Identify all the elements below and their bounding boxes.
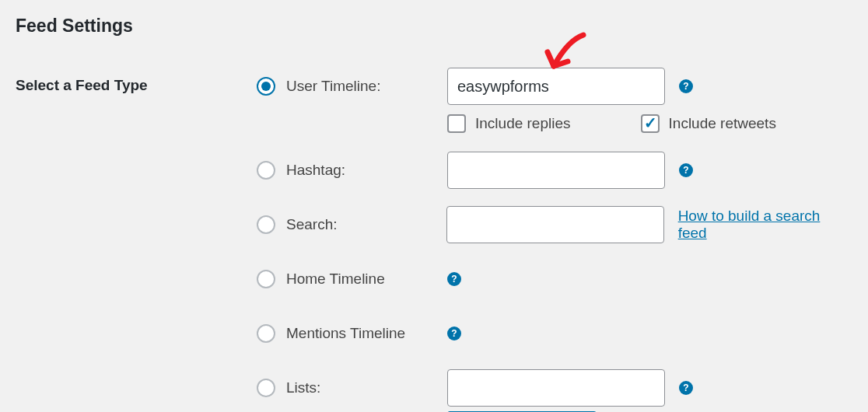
hashtag-input[interactable] xyxy=(447,152,665,189)
include-retweets-checkbox[interactable] xyxy=(641,114,660,133)
section-label: Select a Feed Type xyxy=(16,68,257,94)
user-timeline-radio[interactable] xyxy=(257,77,275,96)
search-label: Search: xyxy=(286,216,337,233)
mentions-timeline-radio[interactable] xyxy=(257,324,275,343)
include-replies-label: Include replies xyxy=(475,115,571,132)
help-icon[interactable]: ? xyxy=(447,272,461,286)
user-timeline-label: User Timeline: xyxy=(286,78,380,95)
help-icon[interactable]: ? xyxy=(679,163,693,177)
home-timeline-label: Home Timeline xyxy=(286,271,385,288)
include-retweets-label: Include retweets xyxy=(669,115,776,132)
help-icon[interactable]: ? xyxy=(679,79,693,93)
home-timeline-radio[interactable] xyxy=(257,270,275,288)
search-input[interactable] xyxy=(446,206,663,243)
lists-label: Lists: xyxy=(286,379,320,396)
hashtag-label: Hashtag: xyxy=(286,162,345,179)
lists-input[interactable] xyxy=(447,369,665,407)
mentions-timeline-label: Mentions Timeline xyxy=(286,325,405,342)
search-radio[interactable] xyxy=(257,215,275,234)
user-timeline-input[interactable] xyxy=(447,68,665,105)
help-icon[interactable]: ? xyxy=(447,326,461,340)
include-replies-checkbox[interactable] xyxy=(447,114,466,133)
lists-radio[interactable] xyxy=(257,379,275,397)
search-feed-help-link[interactable]: How to build a search feed xyxy=(678,208,852,242)
help-icon[interactable]: ? xyxy=(679,381,693,395)
hashtag-radio[interactable] xyxy=(257,161,275,180)
page-title: Feed Settings xyxy=(16,16,852,37)
